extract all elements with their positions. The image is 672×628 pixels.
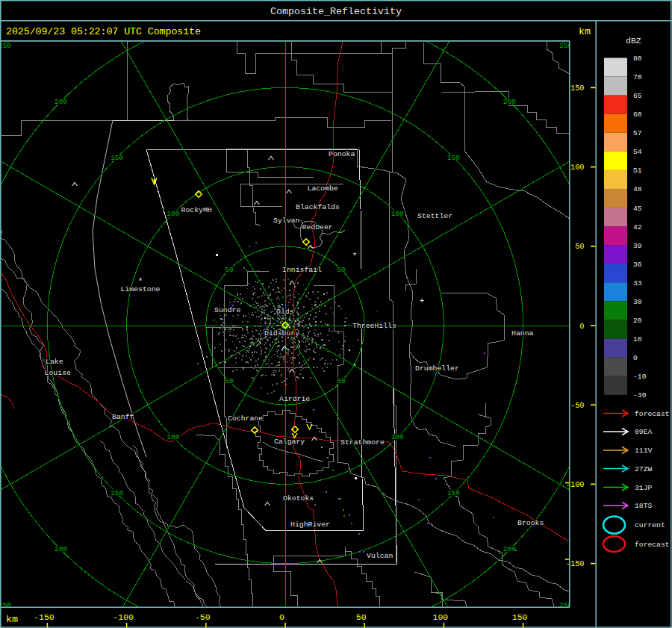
svg-text:RedDeer: RedDeer bbox=[302, 223, 333, 231]
svg-text:Innisfail: Innisfail bbox=[282, 266, 322, 274]
svg-text:Stettler: Stettler bbox=[417, 212, 452, 220]
svg-text:Okotoks: Okotoks bbox=[283, 494, 314, 503]
svg-text:100: 100 bbox=[391, 210, 404, 218]
svg-text:31JP: 31JP bbox=[635, 484, 652, 492]
svg-text:-150: -150 bbox=[566, 559, 585, 568]
svg-text:Strathmore: Strathmore bbox=[340, 438, 385, 447]
svg-text:100: 100 bbox=[167, 210, 179, 218]
svg-text:*: * bbox=[352, 252, 358, 261]
svg-text:Calgary: Calgary bbox=[274, 438, 305, 446]
svg-text:HighRiver: HighRiver bbox=[290, 520, 330, 529]
svg-text:51: 51 bbox=[633, 167, 642, 175]
svg-text:50: 50 bbox=[575, 242, 584, 251]
svg-text:09EA: 09EA bbox=[635, 428, 652, 436]
svg-text:0: 0 bbox=[279, 612, 284, 622]
svg-text:50: 50 bbox=[337, 266, 346, 274]
svg-text:0: 0 bbox=[633, 354, 638, 362]
svg-text:36: 36 bbox=[633, 261, 642, 269]
svg-text:57: 57 bbox=[633, 129, 642, 137]
svg-text:km: km bbox=[6, 614, 18, 625]
svg-text:forecast: forecast bbox=[635, 541, 670, 549]
svg-text:50: 50 bbox=[225, 266, 234, 274]
svg-text:150: 150 bbox=[111, 489, 123, 497]
svg-text:dBZ: dBZ bbox=[626, 36, 641, 46]
svg-text:200: 200 bbox=[503, 545, 516, 553]
svg-text:Hanna: Hanna bbox=[511, 329, 534, 338]
svg-text:Brooks: Brooks bbox=[517, 519, 544, 527]
svg-text:200: 200 bbox=[503, 98, 516, 106]
svg-text:-150: -150 bbox=[34, 612, 55, 622]
svg-text:33: 33 bbox=[633, 279, 642, 287]
svg-text:Didsbury: Didsbury bbox=[264, 329, 299, 338]
svg-text:200: 200 bbox=[55, 545, 67, 553]
svg-text:60: 60 bbox=[633, 111, 642, 119]
svg-text:0: 0 bbox=[579, 322, 584, 331]
svg-text:100: 100 bbox=[167, 433, 179, 441]
svg-text:100: 100 bbox=[433, 612, 449, 622]
svg-text:45: 45 bbox=[633, 205, 642, 213]
svg-text:-50: -50 bbox=[195, 612, 211, 622]
svg-text:48: 48 bbox=[633, 185, 642, 193]
svg-text:100: 100 bbox=[391, 433, 404, 441]
svg-text:km: km bbox=[579, 26, 591, 37]
svg-text:54: 54 bbox=[633, 148, 642, 156]
svg-text:forecast: forecast bbox=[635, 410, 670, 418]
svg-text:150: 150 bbox=[447, 489, 460, 497]
svg-text:Ponoka: Ponoka bbox=[329, 150, 355, 158]
svg-text:65: 65 bbox=[633, 92, 642, 100]
svg-text:Composite_Reflectivity: Composite_Reflectivity bbox=[270, 6, 402, 17]
svg-text:39: 39 bbox=[633, 242, 642, 250]
svg-text:Sylvan: Sylvan bbox=[273, 217, 299, 225]
svg-text:50: 50 bbox=[356, 612, 367, 622]
svg-text:Vulcan: Vulcan bbox=[367, 552, 393, 560]
svg-text:111V: 111V bbox=[635, 447, 652, 455]
svg-text:150: 150 bbox=[512, 612, 528, 622]
svg-text:Drumheller: Drumheller bbox=[415, 364, 459, 373]
svg-text:18TS: 18TS bbox=[635, 502, 652, 510]
svg-text:Blackfalds: Blackfalds bbox=[296, 203, 340, 211]
svg-text:-10: -10 bbox=[633, 373, 647, 381]
svg-text:80: 80 bbox=[633, 55, 642, 63]
svg-text:70: 70 bbox=[633, 73, 642, 81]
svg-text:150: 150 bbox=[570, 84, 585, 93]
svg-text:150: 150 bbox=[111, 154, 123, 162]
svg-text:2025/09/23 05:22:07 UTC Compos: 2025/09/23 05:22:07 UTC Composite bbox=[6, 26, 201, 37]
svg-text:30: 30 bbox=[633, 298, 642, 306]
svg-text:current: current bbox=[635, 521, 665, 529]
svg-text:Limestone: Limestone bbox=[121, 285, 161, 293]
svg-text:+: + bbox=[420, 296, 425, 305]
svg-text:Airdrie: Airdrie bbox=[279, 395, 310, 403]
svg-text:-50: -50 bbox=[570, 401, 585, 410]
svg-text:Olds: Olds bbox=[276, 308, 294, 316]
svg-text:RockyMH: RockyMH bbox=[181, 206, 212, 214]
svg-text:-30: -30 bbox=[633, 391, 647, 400]
svg-text:ThreeHills: ThreeHills bbox=[352, 322, 396, 330]
svg-text:42: 42 bbox=[633, 223, 642, 231]
svg-text:Banff: Banff bbox=[112, 413, 134, 421]
svg-text:Lacombe: Lacombe bbox=[308, 184, 338, 193]
svg-text:-100: -100 bbox=[113, 612, 134, 622]
svg-text:Lake: Lake bbox=[46, 358, 63, 366]
svg-text:100: 100 bbox=[570, 163, 585, 172]
svg-text:150: 150 bbox=[447, 154, 460, 162]
svg-text:50: 50 bbox=[225, 377, 234, 385]
svg-text:250: 250 bbox=[0, 42, 11, 50]
svg-text:10: 10 bbox=[633, 335, 642, 343]
svg-text:50: 50 bbox=[337, 377, 346, 385]
svg-text:27ZW: 27ZW bbox=[635, 465, 652, 473]
svg-text:Louise: Louise bbox=[45, 369, 71, 377]
svg-text:20: 20 bbox=[633, 317, 642, 325]
svg-text:Cochrane: Cochrane bbox=[228, 414, 263, 423]
svg-text:Sundre: Sundre bbox=[214, 306, 240, 314]
svg-text:200: 200 bbox=[55, 98, 67, 106]
svg-text:-100: -100 bbox=[566, 480, 585, 489]
